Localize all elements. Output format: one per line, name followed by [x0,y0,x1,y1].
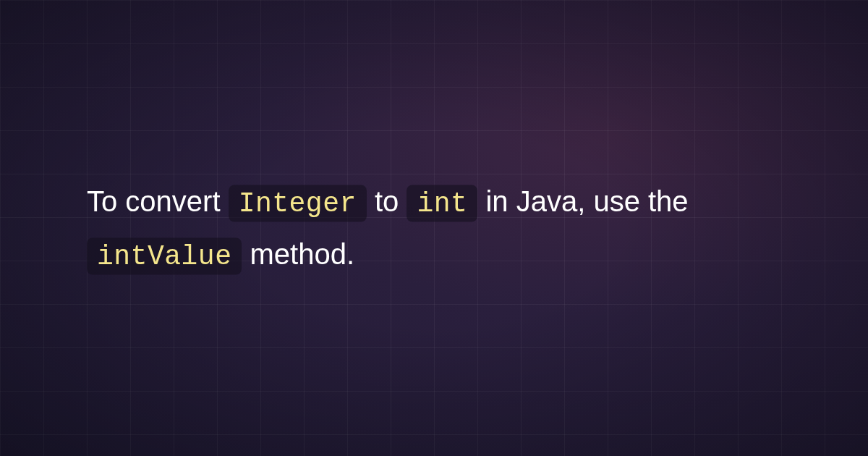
code-int: int [407,185,477,222]
text-segment-2: to [367,185,407,217]
code-integer: Integer [229,185,367,222]
text-segment-3: in Java, use the [477,185,688,217]
code-intvalue: intValue [87,237,242,274]
main-text: To convert Integer to int in Java, use t… [87,176,781,281]
text-segment-1: To convert [87,185,229,217]
text-segment-4: method. [242,237,354,269]
